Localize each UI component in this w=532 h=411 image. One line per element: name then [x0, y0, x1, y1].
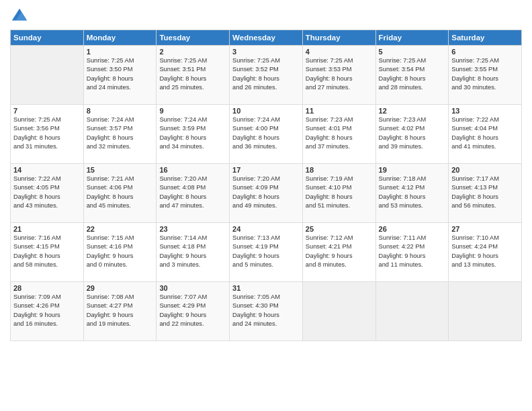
day-cell: 22Sunrise: 7:15 AMSunset: 4:16 PMDayligh… — [83, 223, 157, 282]
col-header-monday: Monday — [83, 30, 157, 46]
calendar-table: SundayMondayTuesdayWednesdayThursdayFrid… — [10, 30, 522, 341]
day-info: Sunrise: 7:22 AMSunset: 4:05 PMDaylight:… — [13, 175, 81, 211]
day-cell: 26Sunrise: 7:11 AMSunset: 4:22 PMDayligh… — [375, 223, 449, 282]
day-info: Sunrise: 7:25 AMSunset: 3:56 PMDaylight:… — [13, 116, 81, 152]
day-cell: 28Sunrise: 7:09 AMSunset: 4:26 PMDayligh… — [11, 282, 84, 341]
day-info: Sunrise: 7:07 AMSunset: 4:29 PMDaylight:… — [159, 293, 226, 329]
column-header-row: SundayMondayTuesdayWednesdayThursdayFrid… — [11, 30, 522, 46]
day-number: 28 — [13, 284, 81, 292]
day-number: 12 — [379, 107, 446, 115]
day-number: 20 — [451, 166, 519, 174]
day-cell — [11, 46, 84, 105]
day-info: Sunrise: 7:24 AMSunset: 3:59 PMDaylight:… — [159, 116, 226, 152]
day-info: Sunrise: 7:18 AMSunset: 4:12 PMDaylight:… — [379, 175, 446, 211]
day-info: Sunrise: 7:25 AMSunset: 3:50 PMDaylight:… — [87, 56, 154, 93]
day-number: 24 — [232, 225, 300, 233]
day-cell: 5Sunrise: 7:25 AMSunset: 3:54 PMDaylight… — [375, 46, 449, 105]
day-cell: 11Sunrise: 7:23 AMSunset: 4:01 PMDayligh… — [302, 105, 375, 164]
day-cell: 10Sunrise: 7:24 AMSunset: 4:00 PMDayligh… — [230, 105, 303, 164]
day-number: 29 — [87, 284, 154, 292]
day-number: 21 — [13, 225, 81, 233]
day-cell: 21Sunrise: 7:16 AMSunset: 4:15 PMDayligh… — [11, 223, 84, 282]
col-header-tuesday: Tuesday — [157, 30, 230, 46]
day-cell — [375, 282, 449, 341]
day-cell: 25Sunrise: 7:12 AMSunset: 4:21 PMDayligh… — [302, 223, 375, 282]
day-info: Sunrise: 7:22 AMSunset: 4:04 PMDaylight:… — [451, 116, 519, 152]
day-number: 16 — [159, 166, 226, 174]
day-number: 8 — [87, 107, 154, 115]
day-info: Sunrise: 7:13 AMSunset: 4:19 PMDaylight:… — [232, 234, 300, 270]
day-cell: 8Sunrise: 7:24 AMSunset: 3:57 PMDaylight… — [83, 105, 157, 164]
day-info: Sunrise: 7:09 AMSunset: 4:26 PMDaylight:… — [13, 293, 81, 329]
day-cell: 18Sunrise: 7:19 AMSunset: 4:10 PMDayligh… — [302, 164, 375, 223]
day-info: Sunrise: 7:12 AMSunset: 4:21 PMDaylight:… — [306, 234, 373, 270]
day-number: 17 — [232, 166, 300, 174]
day-number: 5 — [379, 48, 446, 56]
day-number: 4 — [306, 48, 373, 56]
day-cell: 6Sunrise: 7:25 AMSunset: 3:55 PMDaylight… — [449, 46, 522, 105]
day-cell: 4Sunrise: 7:25 AMSunset: 3:53 PMDaylight… — [302, 46, 375, 105]
day-cell: 27Sunrise: 7:10 AMSunset: 4:24 PMDayligh… — [449, 223, 522, 282]
day-cell: 23Sunrise: 7:14 AMSunset: 4:18 PMDayligh… — [157, 223, 230, 282]
day-number: 13 — [451, 107, 519, 115]
col-header-wednesday: Wednesday — [230, 30, 303, 46]
col-header-saturday: Saturday — [449, 30, 522, 46]
day-number: 23 — [159, 225, 226, 233]
day-info: Sunrise: 7:24 AMSunset: 3:57 PMDaylight:… — [87, 116, 154, 152]
day-cell: 29Sunrise: 7:08 AMSunset: 4:27 PMDayligh… — [83, 282, 157, 341]
day-info: Sunrise: 7:19 AMSunset: 4:10 PMDaylight:… — [306, 175, 373, 211]
day-cell: 1Sunrise: 7:25 AMSunset: 3:50 PMDaylight… — [83, 46, 157, 105]
day-info: Sunrise: 7:25 AMSunset: 3:55 PMDaylight:… — [451, 56, 519, 93]
day-number: 22 — [87, 225, 154, 233]
day-cell: 31Sunrise: 7:05 AMSunset: 4:30 PMDayligh… — [230, 282, 303, 341]
day-info: Sunrise: 7:25 AMSunset: 3:51 PMDaylight:… — [159, 56, 226, 93]
day-cell — [302, 282, 375, 341]
day-number: 14 — [13, 166, 81, 174]
logo — [10, 7, 32, 26]
day-info: Sunrise: 7:25 AMSunset: 3:54 PMDaylight:… — [379, 56, 446, 93]
day-number: 6 — [451, 48, 519, 56]
day-info: Sunrise: 7:08 AMSunset: 4:27 PMDaylight:… — [87, 293, 154, 329]
page: SundayMondayTuesdayWednesdayThursdayFrid… — [0, 0, 532, 411]
day-cell: 17Sunrise: 7:20 AMSunset: 4:09 PMDayligh… — [230, 164, 303, 223]
col-header-thursday: Thursday — [302, 30, 375, 46]
day-info: Sunrise: 7:15 AMSunset: 4:16 PMDaylight:… — [87, 234, 154, 270]
day-number: 2 — [159, 48, 226, 56]
day-info: Sunrise: 7:25 AMSunset: 3:53 PMDaylight:… — [306, 56, 373, 93]
col-header-sunday: Sunday — [11, 30, 84, 46]
day-number: 10 — [232, 107, 300, 115]
day-cell: 15Sunrise: 7:21 AMSunset: 4:06 PMDayligh… — [83, 164, 157, 223]
day-info: Sunrise: 7:14 AMSunset: 4:18 PMDaylight:… — [159, 234, 226, 270]
day-number: 26 — [379, 225, 446, 233]
week-row-4: 21Sunrise: 7:16 AMSunset: 4:15 PMDayligh… — [11, 223, 522, 282]
col-header-friday: Friday — [375, 30, 449, 46]
day-number: 27 — [451, 225, 519, 233]
day-info: Sunrise: 7:11 AMSunset: 4:22 PMDaylight:… — [379, 234, 446, 270]
day-number: 25 — [306, 225, 373, 233]
day-number: 11 — [306, 107, 373, 115]
week-row-1: 1Sunrise: 7:25 AMSunset: 3:50 PMDaylight… — [11, 46, 522, 105]
day-cell: 19Sunrise: 7:18 AMSunset: 4:12 PMDayligh… — [375, 164, 449, 223]
day-cell: 20Sunrise: 7:17 AMSunset: 4:13 PMDayligh… — [449, 164, 522, 223]
day-number: 3 — [232, 48, 300, 56]
day-cell: 24Sunrise: 7:13 AMSunset: 4:19 PMDayligh… — [230, 223, 303, 282]
week-row-5: 28Sunrise: 7:09 AMSunset: 4:26 PMDayligh… — [11, 282, 522, 341]
day-cell: 13Sunrise: 7:22 AMSunset: 4:04 PMDayligh… — [449, 105, 522, 164]
day-info: Sunrise: 7:10 AMSunset: 4:24 PMDaylight:… — [451, 234, 519, 270]
day-info: Sunrise: 7:23 AMSunset: 4:01 PMDaylight:… — [306, 116, 373, 152]
day-info: Sunrise: 7:25 AMSunset: 3:52 PMDaylight:… — [232, 56, 300, 93]
day-cell: 3Sunrise: 7:25 AMSunset: 3:52 PMDaylight… — [230, 46, 303, 105]
day-info: Sunrise: 7:24 AMSunset: 4:00 PMDaylight:… — [232, 116, 300, 152]
day-info: Sunrise: 7:05 AMSunset: 4:30 PMDaylight:… — [232, 293, 300, 329]
day-number: 31 — [232, 284, 300, 292]
calendar-body: 1Sunrise: 7:25 AMSunset: 3:50 PMDaylight… — [11, 46, 522, 341]
day-info: Sunrise: 7:21 AMSunset: 4:06 PMDaylight:… — [87, 175, 154, 211]
day-info: Sunrise: 7:16 AMSunset: 4:15 PMDaylight:… — [13, 234, 81, 270]
day-cell: 12Sunrise: 7:23 AMSunset: 4:02 PMDayligh… — [375, 105, 449, 164]
day-number: 19 — [379, 166, 446, 174]
day-cell: 2Sunrise: 7:25 AMSunset: 3:51 PMDaylight… — [157, 46, 230, 105]
header — [10, 7, 522, 26]
day-cell: 9Sunrise: 7:24 AMSunset: 3:59 PMDaylight… — [157, 105, 230, 164]
logo-icon — [10, 7, 29, 26]
week-row-3: 14Sunrise: 7:22 AMSunset: 4:05 PMDayligh… — [11, 164, 522, 223]
